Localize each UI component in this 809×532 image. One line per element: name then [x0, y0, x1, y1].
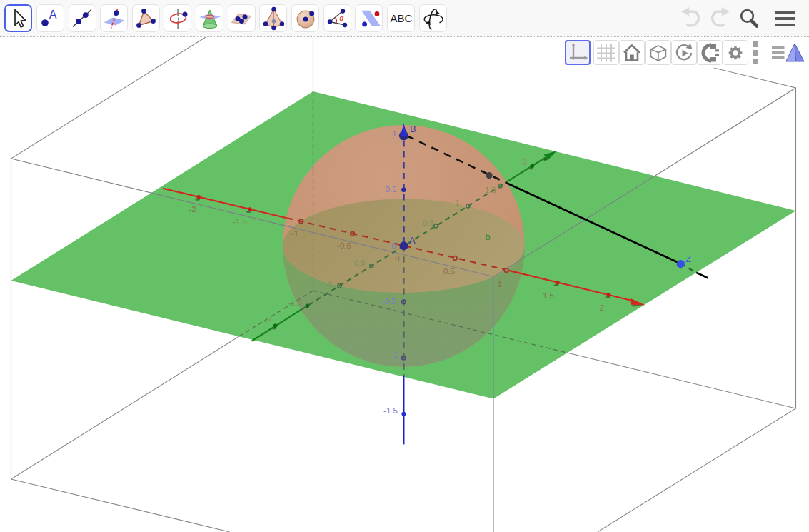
svg-text:-0.5: -0.5: [337, 241, 351, 250]
svg-text:2: 2: [523, 158, 527, 166]
svg-text:B: B: [410, 124, 416, 134]
svg-text:-1.5: -1.5: [233, 217, 247, 226]
svg-text:-0.5: -0.5: [351, 259, 366, 267]
svg-text:0.5: 0.5: [443, 267, 455, 276]
svg-text:0.5: 0.5: [423, 219, 434, 227]
svg-text:1: 1: [455, 199, 459, 207]
svg-text:1.5: 1.5: [485, 186, 496, 194]
svg-text:1: 1: [392, 129, 396, 138]
svg-text:Z: Z: [685, 254, 691, 264]
svg-text:b: b: [486, 232, 491, 242]
svg-text:0: 0: [395, 254, 399, 263]
svg-text:ABC: ABC: [390, 12, 412, 24]
svg-text:-1: -1: [326, 280, 333, 288]
svg-text:α: α: [340, 14, 344, 22]
svg-text:0: 0: [391, 241, 396, 250]
svg-text:-2: -2: [189, 205, 196, 214]
svg-text:-1: -1: [291, 229, 298, 238]
svg-text:A: A: [49, 9, 57, 21]
svg-text:-1.5: -1.5: [383, 406, 398, 415]
svg-text:A: A: [409, 235, 416, 246]
svg-text:1: 1: [498, 280, 502, 288]
svg-text:-1.5: -1.5: [288, 298, 303, 307]
svg-text:1.5: 1.5: [543, 291, 554, 300]
svg-text:2: 2: [600, 303, 604, 312]
svg-text:0.5: 0.5: [386, 185, 397, 194]
svg-text:-2: -2: [263, 316, 271, 325]
svg-text:-0.5: -0.5: [382, 297, 396, 306]
svg-text:-1: -1: [391, 351, 398, 359]
